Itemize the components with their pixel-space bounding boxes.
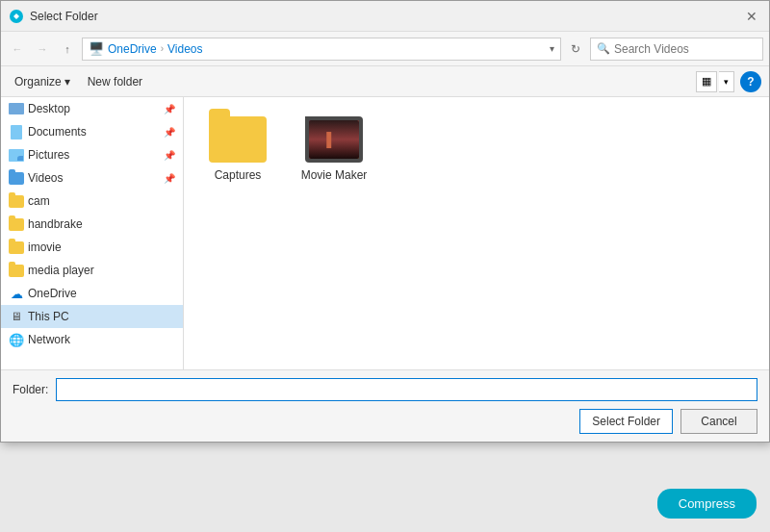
nav-back-button[interactable]: ←: [7, 38, 28, 60]
folder-input-row: Folder:: [13, 378, 757, 401]
select-folder-button[interactable]: Select Folder: [579, 409, 673, 434]
sidebar-item-onedrive-label: OneDrive: [28, 287, 175, 300]
pin-icon: 📌: [164, 104, 175, 114]
toolbar: Organize ▾ New folder ▦ ▾ ?: [1, 66, 769, 97]
movie-maker-label: Movie Maker: [301, 168, 368, 182]
network-icon: 🌐: [9, 332, 24, 347]
sidebar-item-network-label: Network: [28, 333, 175, 346]
compress-button[interactable]: Compress: [657, 489, 757, 519]
title-bar: Select Folder ✕: [1, 1, 769, 32]
view-dropdown-icon: ▾: [724, 77, 729, 87]
button-row: Select Folder Cancel: [13, 409, 757, 434]
sidebar-item-desktop-label: Desktop: [28, 102, 160, 115]
help-button[interactable]: ?: [740, 71, 761, 92]
media-player-folder-icon: [9, 263, 24, 278]
movie-maker-folder-icon: [305, 116, 363, 163]
sidebar-item-handbrake[interactable]: handbrake: [1, 213, 183, 236]
cam-folder-icon: [9, 193, 24, 209]
sidebar-item-this-pc[interactable]: 🖥 This PC: [1, 305, 183, 328]
path-this-pc[interactable]: OneDrive: [108, 42, 157, 56]
address-bar: ← → ↑ 🖥️ OneDrive › Videos ▾ ↻ 🔍: [1, 32, 769, 66]
captures-folder-icon: [209, 116, 267, 163]
pin-icon-4: 📌: [164, 173, 175, 184]
view-icons: ▦ ▾: [696, 71, 734, 92]
sidebar-item-pictures[interactable]: Pictures 📌: [1, 143, 183, 166]
thispc-icon: 🖥: [9, 309, 24, 324]
select-folder-dialog: Select Folder ✕ ← → ↑ 🖥️ OneDrive › Vide…: [0, 0, 770, 443]
file-item-movie-maker[interactable]: Movie Maker: [295, 113, 372, 186]
sidebar-item-media-player[interactable]: media player: [1, 259, 183, 282]
sidebar-item-documents[interactable]: Documents 📌: [1, 120, 183, 143]
new-folder-label: New folder: [88, 75, 142, 89]
organize-button[interactable]: Organize ▾: [9, 73, 76, 90]
sidebar-item-desktop[interactable]: Desktop 📌: [1, 97, 183, 120]
path-icon: 🖥️: [89, 41, 104, 56]
documents-icon: [9, 124, 24, 139]
organize-label: Organize: [14, 75, 62, 89]
videos-icon: [9, 170, 24, 186]
sidebar-item-cam[interactable]: cam: [1, 190, 183, 213]
dialog-title: Select Folder: [30, 10, 742, 23]
path-sep-1: ›: [161, 43, 164, 54]
folder-label: Folder:: [13, 383, 48, 396]
refresh-button[interactable]: ↻: [565, 38, 586, 60]
sidebar-item-onedrive[interactable]: ☁ OneDrive: [1, 282, 183, 305]
address-path[interactable]: 🖥️ OneDrive › Videos ▾: [82, 38, 561, 61]
sidebar-item-imovie-label: imovie: [28, 241, 175, 254]
path-dropdown-icon[interactable]: ▾: [550, 43, 554, 54]
main-content: Desktop 📌 Documents 📌 Pictures 📌: [1, 97, 769, 369]
sidebar-item-thispc-label: This PC: [28, 310, 175, 323]
file-area: Captures Movie Maker: [184, 97, 769, 369]
sidebar-item-imovie[interactable]: imovie: [1, 236, 183, 259]
folder-input[interactable]: [56, 378, 757, 401]
sidebar-item-videos-label: Videos: [28, 171, 160, 185]
file-grid: Captures Movie Maker: [199, 113, 754, 186]
view-dropdown-button[interactable]: ▾: [719, 71, 734, 92]
bottom-section: Folder: Select Folder Cancel: [1, 369, 769, 442]
close-button[interactable]: ✕: [742, 7, 761, 26]
view-icon-button[interactable]: ▦: [696, 71, 717, 92]
sidebar: Desktop 📌 Documents 📌 Pictures 📌: [1, 97, 184, 369]
view-grid-icon: ▦: [702, 75, 711, 88]
captures-label: Captures: [215, 168, 262, 182]
sidebar-item-videos[interactable]: Videos 📌: [1, 166, 183, 190]
new-folder-button[interactable]: New folder: [82, 73, 148, 90]
desktop-icon: [9, 101, 24, 116]
search-icon: 🔍: [597, 42, 610, 55]
handbrake-folder-icon: [9, 216, 24, 232]
organize-dropdown-icon: ▾: [64, 75, 70, 89]
search-input[interactable]: [614, 42, 758, 56]
sidebar-item-handbrake-label: handbrake: [28, 217, 175, 231]
file-item-captures[interactable]: Captures: [199, 113, 276, 186]
search-box: 🔍: [590, 38, 763, 61]
path-videos[interactable]: Videos: [167, 42, 202, 56]
nav-forward-button[interactable]: →: [32, 38, 53, 60]
sidebar-item-media-player-label: media player: [28, 264, 175, 277]
pin-icon-2: 📌: [164, 127, 175, 138]
nav-up-button[interactable]: ↑: [57, 38, 78, 60]
sidebar-item-documents-label: Documents: [28, 125, 160, 139]
pin-icon-3: 📌: [164, 150, 175, 161]
imovie-folder-icon: [9, 240, 24, 255]
onedrive-icon: ☁: [9, 286, 24, 301]
sidebar-item-cam-label: cam: [28, 194, 175, 208]
sidebar-item-network[interactable]: 🌐 Network: [1, 328, 183, 351]
cancel-button[interactable]: Cancel: [680, 409, 757, 434]
pictures-icon: [9, 147, 24, 163]
dialog-app-icon: [9, 9, 24, 24]
sidebar-item-pictures-label: Pictures: [28, 148, 160, 162]
